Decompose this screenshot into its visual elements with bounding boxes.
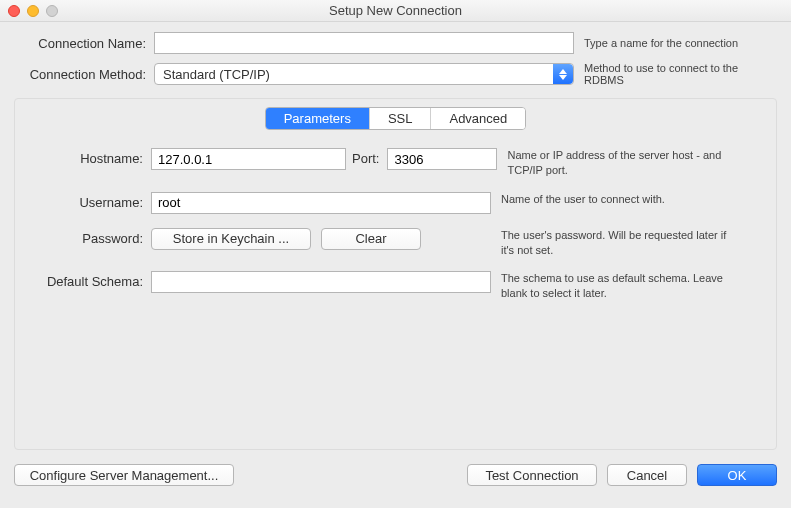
default-schema-label: Default Schema: bbox=[21, 271, 151, 289]
username-input[interactable] bbox=[151, 192, 491, 214]
hostname-input[interactable] bbox=[151, 148, 346, 170]
password-label: Password: bbox=[21, 228, 151, 246]
connection-name-hint: Type a name for the connection bbox=[574, 37, 777, 49]
hostname-label: Hostname: bbox=[21, 148, 151, 166]
connection-method-value: Standard (TCP/IP) bbox=[163, 67, 270, 82]
hostname-hint: Name or IP address of the server host - … bbox=[497, 148, 747, 178]
dialog-footer: Configure Server Management... Test Conn… bbox=[0, 450, 791, 500]
username-hint: Name of the user to connect with. bbox=[491, 192, 741, 207]
default-schema-hint: The schema to use as default schema. Lea… bbox=[491, 271, 741, 301]
connection-method-label: Connection Method: bbox=[14, 67, 154, 82]
zoom-icon bbox=[46, 5, 58, 17]
connection-name-label: Connection Name: bbox=[14, 36, 154, 51]
test-connection-button[interactable]: Test Connection bbox=[467, 464, 597, 486]
minimize-icon[interactable] bbox=[27, 5, 39, 17]
titlebar: Setup New Connection bbox=[0, 0, 791, 22]
default-schema-input[interactable] bbox=[151, 271, 491, 293]
tab-ssl[interactable]: SSL bbox=[369, 108, 431, 129]
store-keychain-button[interactable]: Store in Keychain ... bbox=[151, 228, 311, 250]
clear-password-button[interactable]: Clear bbox=[321, 228, 421, 250]
connection-name-input[interactable] bbox=[154, 32, 574, 54]
port-input[interactable] bbox=[387, 148, 497, 170]
connection-method-select[interactable]: Standard (TCP/IP) bbox=[154, 63, 574, 85]
password-hint: The user's password. Will be requested l… bbox=[491, 228, 741, 258]
window-title: Setup New Connection bbox=[329, 3, 462, 18]
tab-advanced[interactable]: Advanced bbox=[430, 108, 525, 129]
ok-button[interactable]: OK bbox=[697, 464, 777, 486]
connection-method-hint: Method to use to connect to the RDBMS bbox=[574, 62, 777, 86]
tab-bar: Parameters SSL Advanced bbox=[265, 107, 527, 130]
window-controls bbox=[8, 5, 58, 17]
port-label: Port: bbox=[346, 148, 387, 166]
cancel-button[interactable]: Cancel bbox=[607, 464, 687, 486]
parameters-panel: Parameters SSL Advanced Hostname: Port: … bbox=[14, 98, 777, 450]
updown-icon bbox=[553, 64, 573, 84]
close-icon[interactable] bbox=[8, 5, 20, 17]
upper-section: Connection Name: Type a name for the con… bbox=[0, 22, 791, 98]
configure-server-button[interactable]: Configure Server Management... bbox=[14, 464, 234, 486]
username-label: Username: bbox=[21, 192, 151, 210]
tab-parameters[interactable]: Parameters bbox=[266, 108, 369, 129]
